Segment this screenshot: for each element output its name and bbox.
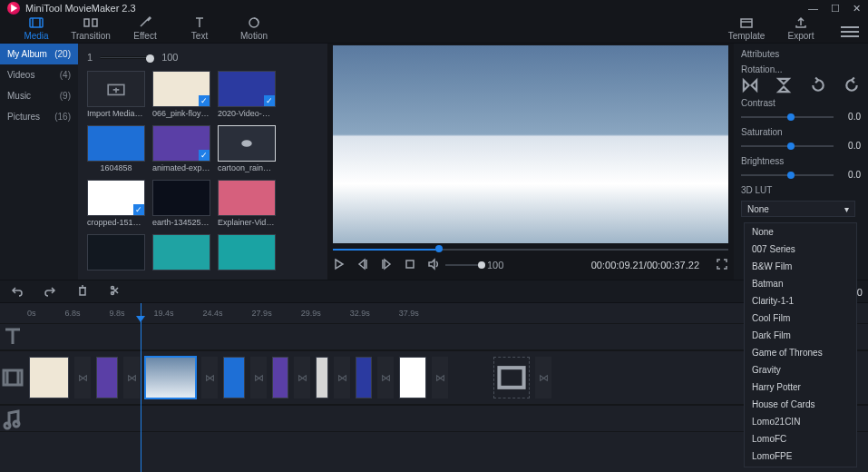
top-tabs: Media Transition Effect Text Motion Temp… <box>0 16 868 44</box>
lut-label: 3D LUT <box>741 185 861 195</box>
timeline-clip[interactable] <box>316 357 328 398</box>
media-thumb[interactable] <box>87 234 145 272</box>
sidebar-item-myalbum[interactable]: My Album (20) <box>0 44 78 64</box>
video-track[interactable]: ⋈⋈⋈⋈⋈⋈⋈⋈ ⋈ <box>0 350 868 405</box>
split-button[interactable] <box>109 284 122 299</box>
volume-icon[interactable] <box>427 258 440 272</box>
lut-option[interactable]: LomoFC <box>745 430 856 447</box>
contrast-value: 0.0 <box>839 112 861 122</box>
delete-button[interactable] <box>76 284 89 299</box>
flip-vertical-button[interactable] <box>775 78 793 93</box>
tab-export[interactable]: Export <box>774 15 828 43</box>
rotate-ccw-button[interactable] <box>843 78 861 93</box>
saturation-slider[interactable] <box>741 145 834 147</box>
lut-option[interactable]: Lomo21CIN <box>745 413 856 430</box>
lut-option[interactable]: B&W Film <box>745 258 856 275</box>
next-frame-button[interactable] <box>380 258 393 272</box>
thumb-size-slider[interactable] <box>100 56 154 59</box>
drop-zone[interactable] <box>493 357 530 398</box>
lut-option[interactable]: Gravity <box>745 361 856 379</box>
lut-option[interactable]: House of Cards <box>745 396 856 413</box>
tab-transition-label: Transition <box>71 31 111 41</box>
media-thumb[interactable]: ✓cropped-1511941_980... <box>87 180 145 227</box>
media-thumb[interactable]: Explainer-Video-Script... <box>218 180 276 227</box>
transition-slot[interactable]: ⋈ <box>123 357 140 398</box>
lut-option[interactable]: LomoVS <box>745 465 856 467</box>
transition-slot[interactable]: ⋈ <box>535 357 551 398</box>
transition-slot[interactable]: ⋈ <box>294 357 310 398</box>
play-button[interactable] <box>333 258 346 272</box>
timeline-clip[interactable] <box>29 357 69 398</box>
transition-slot[interactable]: ⋈ <box>74 357 91 398</box>
time-ruler[interactable]: 0s6.8s9.8s19.4s24.4s27.9s29.9s32.9s37.9s <box>0 303 868 323</box>
undo-button[interactable] <box>11 284 24 299</box>
tab-effect[interactable]: Effect <box>118 15 172 43</box>
tab-template[interactable]: Template <box>719 15 774 43</box>
sidebar-item-label: Music <box>7 91 31 101</box>
lut-option[interactable]: Cool Film <box>745 310 856 327</box>
svg-marker-19 <box>429 260 434 269</box>
timeline: 0s6.8s9.8s19.4s24.4s27.9s29.9s32.9s37.9s… <box>0 303 868 472</box>
sidebar-item-videos[interactable]: Videos (4) <box>0 64 78 85</box>
lut-option[interactable]: Harry Potter <box>745 379 856 396</box>
media-thumb[interactable]: earth-1345257_640 <box>152 180 210 227</box>
volume-slider[interactable] <box>445 264 482 266</box>
timeline-clip[interactable] <box>399 357 426 398</box>
transition-slot[interactable]: ⋈ <box>377 357 394 398</box>
media-thumb[interactable]: cartoon_rain_cloud-t2 <box>218 125 276 172</box>
tab-motion[interactable]: Motion <box>227 15 281 43</box>
audio-track[interactable] <box>0 405 868 432</box>
prev-frame-button[interactable] <box>356 258 369 272</box>
stop-button[interactable] <box>404 258 416 272</box>
media-thumb[interactable]: ✓2020-Video-Marketing... <box>218 71 276 118</box>
lut-options-list: None007 SeriesB&W FilmBatmanClarity-1-1C… <box>744 222 857 467</box>
lut-option[interactable]: LomoFPE <box>745 447 856 465</box>
flip-horizontal-button[interactable] <box>741 78 759 93</box>
volume-value: 100 <box>487 260 503 270</box>
fullscreen-button[interactable] <box>716 258 728 272</box>
timeline-clip[interactable] <box>356 357 372 398</box>
media-thumb[interactable]: 1604858 <box>87 125 145 172</box>
lut-option[interactable]: Game of Thrones <box>745 344 856 361</box>
preview-video[interactable] <box>333 45 728 243</box>
timeline-clip[interactable] <box>223 357 245 398</box>
lut-dropdown[interactable]: None ▾ <box>741 201 855 217</box>
timeline-clip[interactable] <box>272 357 288 398</box>
maximize-button[interactable]: ☐ <box>831 3 840 15</box>
brightness-slider[interactable] <box>741 174 834 176</box>
transition-slot[interactable]: ⋈ <box>250 357 267 398</box>
media-thumb[interactable]: Import Media Files <box>87 71 145 118</box>
tab-text[interactable]: Text <box>172 15 227 43</box>
lut-option[interactable]: Clarity-1-1 <box>745 292 856 310</box>
rotate-cw-button[interactable] <box>809 78 827 93</box>
media-thumb[interactable]: ✓066_pink-floyd_wish-y... <box>152 71 210 118</box>
tab-transition[interactable]: Transition <box>63 15 118 43</box>
timeline-clip[interactable] <box>145 357 196 398</box>
transition-slot[interactable]: ⋈ <box>201 357 218 398</box>
transition-slot[interactable]: ⋈ <box>334 357 350 398</box>
media-thumb[interactable]: ✓animated-explainer-bl... <box>152 125 210 172</box>
tab-media[interactable]: Media <box>9 15 63 43</box>
sidebar-item-pictures[interactable]: Pictures (16) <box>0 106 78 127</box>
lut-option[interactable]: Dark Film <box>745 327 856 344</box>
media-thumb[interactable] <box>218 234 276 272</box>
playhead[interactable] <box>141 303 141 472</box>
close-button[interactable]: ✕ <box>853 3 861 15</box>
lut-option[interactable]: None <box>745 223 856 241</box>
lut-option[interactable]: Batman <box>745 275 856 292</box>
rotation-label: Rotation... <box>741 64 861 74</box>
text-track[interactable] <box>0 323 868 350</box>
lut-option[interactable]: 007 Series <box>745 241 856 258</box>
tab-media-label: Media <box>24 31 48 41</box>
contrast-slider[interactable] <box>741 116 834 118</box>
playback-progress[interactable] <box>333 247 728 252</box>
svg-marker-22 <box>779 79 789 84</box>
menu-button[interactable] <box>841 26 859 37</box>
transition-slot[interactable]: ⋈ <box>432 357 448 398</box>
redo-button[interactable] <box>44 284 56 299</box>
minimize-button[interactable]: — <box>808 3 818 15</box>
sidebar-item-music[interactable]: Music (9) <box>0 85 78 106</box>
timeline-clip[interactable] <box>96 357 118 398</box>
app-logo <box>7 2 20 15</box>
media-thumb[interactable] <box>152 234 210 272</box>
